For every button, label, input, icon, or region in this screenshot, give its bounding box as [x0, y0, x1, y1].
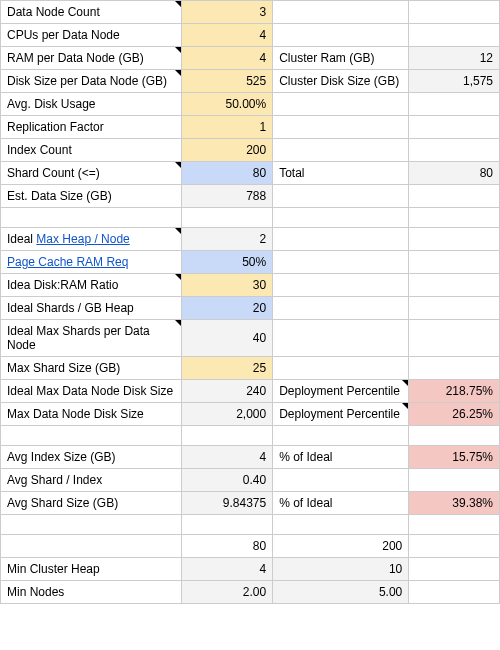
label-pct-of-ideal-1: % of Ideal — [273, 446, 409, 469]
label-max-node-disk: Max Data Node Disk Size — [1, 403, 182, 426]
table-row: Disk Size per Data Node (GB) 525 Cluster… — [1, 70, 500, 93]
value-min-nodes-1: 2.00 — [182, 581, 273, 604]
table-row: Idea Disk:RAM Ratio 30 — [1, 274, 500, 297]
table-row: Ideal Max Heap / Node 2 — [1, 228, 500, 251]
value-deployment-percentile-2: 26.25% — [409, 403, 500, 426]
input-page-cache[interactable]: 50% — [182, 251, 273, 274]
table-row: Avg Shard / Index 0.40 — [1, 469, 500, 492]
spreadsheet-table: Data Node Count 3 CPUs per Data Node 4 R… — [0, 0, 500, 604]
value-ideal-max-heap: 2 — [182, 228, 273, 251]
label-max-shards-per-node: Ideal Max Shards per Data Node — [1, 320, 182, 357]
label-min-nodes: Min Nodes — [1, 581, 182, 604]
label-avg-shard-index: Avg Shard / Index — [1, 469, 182, 492]
label-disk-ram-ratio: Idea Disk:RAM Ratio — [1, 274, 182, 297]
value-min-cluster-heap-2: 10 — [273, 558, 409, 581]
table-row: Ideal Max Shards per Data Node 40 — [1, 320, 500, 357]
value-ideal-max-node-disk: 240 — [182, 380, 273, 403]
label-min-cluster-heap: Min Cluster Heap — [1, 558, 182, 581]
input-avg-disk-usage[interactable]: 50.00% — [182, 93, 273, 116]
label-cpus-per-node: CPUs per Data Node — [1, 24, 182, 47]
value-aux-2: 200 — [273, 535, 409, 558]
label-ram-per-node: RAM per Data Node (GB) — [1, 47, 182, 70]
table-row: Index Count 200 — [1, 139, 500, 162]
value-avg-index-size: 4 — [182, 446, 273, 469]
table-row: Max Data Node Disk Size 2,000 Deployment… — [1, 403, 500, 426]
table-row: CPUs per Data Node 4 — [1, 24, 500, 47]
label-total: Total — [273, 162, 409, 185]
link-max-heap[interactable]: Max Heap / Node — [36, 232, 129, 246]
label-pct-of-ideal-2: % of Ideal — [273, 492, 409, 515]
table-row: Shard Count (<=) 80 Total 80 — [1, 162, 500, 185]
label-ideal-max-node-disk: Ideal Max Data Node Disk Size — [1, 380, 182, 403]
label-avg-shard-size: Avg Shard Size (GB) — [1, 492, 182, 515]
value-aux-1: 80 — [182, 535, 273, 558]
input-data-node-count[interactable]: 3 — [182, 1, 273, 24]
table-row — [1, 515, 500, 535]
value-deployment-percentile-1: 218.75% — [409, 380, 500, 403]
label-avg-index-size: Avg Index Size (GB) — [1, 446, 182, 469]
value-avg-shard-index: 0.40 — [182, 469, 273, 492]
input-replication-factor[interactable]: 1 — [182, 116, 273, 139]
value-cluster-disk: 1,575 — [409, 70, 500, 93]
value-total-shards: 80 — [409, 162, 500, 185]
table-row: Replication Factor 1 — [1, 116, 500, 139]
table-row — [1, 426, 500, 446]
label-shard-count: Shard Count (<=) — [1, 162, 182, 185]
label-index-count: Index Count — [1, 139, 182, 162]
table-row: Min Nodes 2.00 5.00 — [1, 581, 500, 604]
value-min-nodes-2: 5.00 — [273, 581, 409, 604]
table-row: Ideal Shards / GB Heap 20 — [1, 297, 500, 320]
label-deployment-percentile-2: Deployment Percentile — [273, 403, 409, 426]
table-row: Avg. Disk Usage 50.00% — [1, 93, 500, 116]
table-row: Data Node Count 3 — [1, 1, 500, 24]
value-min-cluster-heap-1: 4 — [182, 558, 273, 581]
input-disk-ram-ratio[interactable]: 30 — [182, 274, 273, 297]
value-pct-of-ideal-1: 15.75% — [409, 446, 500, 469]
table-row: Max Shard Size (GB) 25 — [1, 357, 500, 380]
link-page-cache[interactable]: Page Cache RAM Req — [7, 255, 128, 269]
label-avg-disk-usage: Avg. Disk Usage — [1, 93, 182, 116]
table-row: Avg Shard Size (GB) 9.84375 % of Ideal 3… — [1, 492, 500, 515]
table-row — [1, 208, 500, 228]
input-disk-per-node[interactable]: 525 — [182, 70, 273, 93]
table-row: Ideal Max Data Node Disk Size 240 Deploy… — [1, 380, 500, 403]
label-replication-factor: Replication Factor — [1, 116, 182, 139]
label-shards-per-gb-heap: Ideal Shards / GB Heap — [1, 297, 182, 320]
table-row: Avg Index Size (GB) 4 % of Ideal 15.75% — [1, 446, 500, 469]
value-max-shards-per-node: 40 — [182, 320, 273, 357]
table-row: RAM per Data Node (GB) 4 Cluster Ram (GB… — [1, 47, 500, 70]
label-disk-per-node: Disk Size per Data Node (GB) — [1, 70, 182, 93]
label-cluster-ram: Cluster Ram (GB) — [273, 47, 409, 70]
value-pct-of-ideal-2: 39.38% — [409, 492, 500, 515]
table-row: 80 200 — [1, 535, 500, 558]
table-row: Page Cache RAM Req 50% — [1, 251, 500, 274]
label-max-shard-size: Max Shard Size (GB) — [1, 357, 182, 380]
label-deployment-percentile-1: Deployment Percentile — [273, 380, 409, 403]
label-data-node-count: Data Node Count — [1, 1, 182, 24]
input-ram-per-node[interactable]: 4 — [182, 47, 273, 70]
label-cluster-disk: Cluster Disk Size (GB) — [273, 70, 409, 93]
label-ideal-max-heap: Ideal Max Heap / Node — [1, 228, 182, 251]
label-page-cache: Page Cache RAM Req — [1, 251, 182, 274]
input-shard-count[interactable]: 80 — [182, 162, 273, 185]
value-est-data-size: 788 — [182, 185, 273, 208]
label-est-data-size: Est. Data Size (GB) — [1, 185, 182, 208]
value-max-node-disk: 2,000 — [182, 403, 273, 426]
input-max-shard-size[interactable]: 25 — [182, 357, 273, 380]
input-cpus-per-node[interactable]: 4 — [182, 24, 273, 47]
value-avg-shard-size: 9.84375 — [182, 492, 273, 515]
value-cluster-ram: 12 — [409, 47, 500, 70]
table-row: Est. Data Size (GB) 788 — [1, 185, 500, 208]
input-shards-per-gb-heap[interactable]: 20 — [182, 297, 273, 320]
input-index-count[interactable]: 200 — [182, 139, 273, 162]
table-row: Min Cluster Heap 4 10 — [1, 558, 500, 581]
